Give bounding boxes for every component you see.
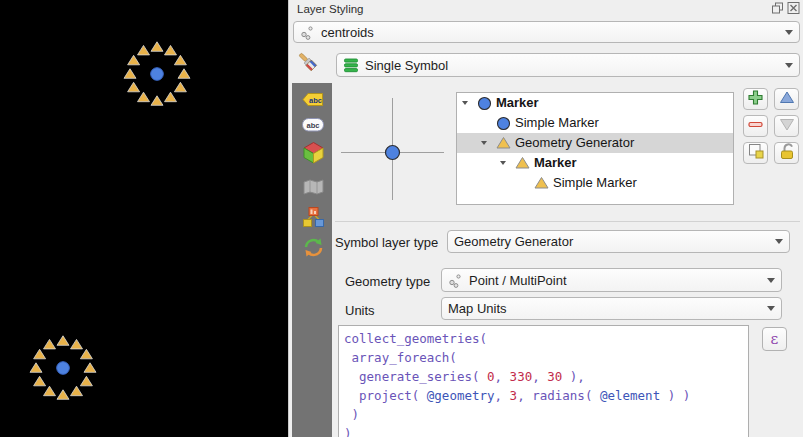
chevron-down-icon [767,278,775,283]
panel-title: Layer Styling [297,3,363,15]
expression-builder-button[interactable]: ε [762,327,787,351]
geometry-type-combo[interactable]: Point / MultiPoint [441,268,782,292]
float-icon [771,0,784,18]
geometry-type-label: Geometry type [345,274,430,289]
tab-symbology[interactable] [295,52,321,76]
styling-tab-strip: abcabc [292,83,332,437]
lock-open-icon [778,142,796,164]
move-up-button[interactable] [774,88,799,110]
tab-history[interactable] [300,237,326,261]
callouts-icon: abc [301,117,325,137]
symbol-layer-type-label: Symbol layer type [335,235,438,250]
symbol-layer-type-combo[interactable]: Geometry Generator [447,230,790,253]
expand-arrow-icon[interactable] [462,101,468,105]
plus-icon [747,89,764,110]
layer-select-value: centroids [321,25,374,40]
units-value: Map Units [448,301,507,316]
triangle-up-icon [779,90,795,109]
generated-point-symbol [102,19,212,129]
svg-text:abc: abc [307,121,320,130]
float-panel-button[interactable] [770,2,784,15]
expression-line: ) [344,424,748,437]
symbol-layer-type-value: Geometry Generator [454,234,573,249]
tab-callouts[interactable]: abc [300,115,326,139]
diagrams-icon [302,206,325,232]
style-mode-combo[interactable]: Single Symbol [336,53,800,77]
epsilon-icon: ε [771,330,779,348]
generated-point-symbol [8,313,118,423]
chevron-down-icon [785,63,793,68]
layer-select-combo[interactable]: centroids [293,21,800,43]
symbol-tree-row[interactable]: Marker [457,153,733,173]
point-layer-icon [448,273,463,288]
close-panel-button[interactable] [786,2,800,15]
symbol-layer-tree: MarkerSimple MarkerGeometry GeneratorMar… [456,92,734,205]
chevron-down-icon [767,306,775,311]
expand-arrow-icon[interactable] [500,161,506,165]
symbol-tree-label: Simple Marker [553,173,637,193]
units-label: Units [345,303,375,318]
chevron-down-icon [775,239,783,244]
symbol-tree-row[interactable]: Marker [457,93,733,113]
symbol-tree-label: Marker [534,153,577,173]
triangle-marker-icon [534,176,549,196]
minus-icon [747,116,764,137]
symbol-tree-label: Marker [496,93,539,113]
symbol-tree-row[interactable]: Simple Marker [457,173,733,193]
triangle-down-icon [779,117,795,136]
point-layer-icon [300,25,315,40]
lock-color-button[interactable] [774,142,799,164]
symbol-tree-row[interactable]: Simple Marker [457,113,733,133]
map-canvas[interactable] [0,0,288,437]
remove-symbol-layer-button[interactable] [743,115,768,137]
symbol-tree-label: Geometry Generator [515,133,634,153]
symbol-tree-label: Simple Marker [515,113,599,133]
expression-editor[interactable]: collect_geometries( array_foreach( gener… [338,325,749,437]
duplicate-symbol-layer-button[interactable] [743,142,768,164]
symbol-anchor-preview [384,144,401,165]
expression-line: ) [344,405,748,424]
duplicate-icon [747,142,765,164]
tab-diagrams[interactable] [300,207,326,231]
symbol-tree-row[interactable]: Geometry Generator [457,133,733,153]
paintbrush-icon [295,49,321,79]
layer-styling-panel: Layer Styling centroids Single Symbol [288,0,803,437]
expression-line: generate_series( 0, 330, 30 ), [344,367,748,386]
add-symbol-layer-button[interactable] [743,88,768,110]
units-combo[interactable]: Map Units [441,297,782,320]
expression-line: project( @geometry, 3, radians( @element… [344,386,748,405]
tab-3d-view[interactable] [300,142,326,166]
expression-line: array_foreach( [344,348,748,367]
tab-labels[interactable]: abc [300,89,326,113]
tab-masks[interactable] [300,177,326,201]
move-down-button [774,115,799,137]
single-symbol-icon [343,58,359,73]
folded-map-icon [302,178,325,200]
geometry-type-value: Point / MultiPoint [469,273,567,288]
close-icon [787,0,800,18]
expand-arrow-icon[interactable] [481,141,487,145]
style-mode-value: Single Symbol [365,58,448,73]
history-arrows-icon [302,237,325,262]
svg-text:abc: abc [309,95,322,104]
expression-line: collect_geometries( [344,329,748,348]
section-divider [335,221,800,222]
labels-icon: abc [301,91,325,112]
cube-3d-icon [302,141,325,168]
chevron-down-icon [785,30,793,35]
